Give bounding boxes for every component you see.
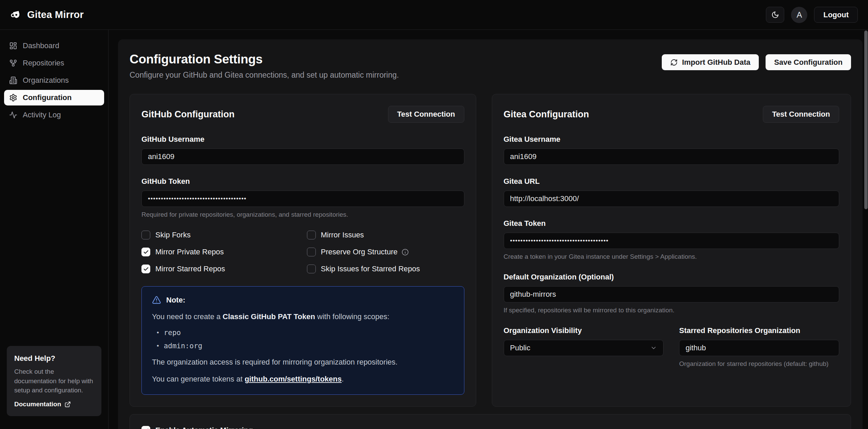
gitea-logo-icon: [10, 9, 22, 21]
sidebar-item-label: Configuration: [23, 93, 72, 102]
sidebar-item-label: Organizations: [23, 76, 69, 85]
github-token-input[interactable]: [141, 191, 464, 207]
avatar[interactable]: A: [791, 7, 807, 23]
sidebar-item-organizations[interactable]: Organizations: [4, 73, 104, 88]
sidebar: Dashboard Repositories Organizations Con…: [0, 30, 109, 429]
brand: Gitea Mirror: [10, 9, 84, 21]
github-token-label: GitHub Token: [141, 177, 464, 186]
organization-visibility-select[interactable]: Public: [504, 340, 664, 356]
note-scope-item: •repo: [157, 329, 454, 337]
sidebar-item-repositories[interactable]: Repositories: [4, 55, 104, 71]
sidebar-item-label: Dashboard: [23, 41, 59, 50]
sidebar-item-configuration[interactable]: Configuration: [4, 90, 104, 105]
gitea-token-input[interactable]: [504, 233, 840, 249]
need-help-card: Need Help? Check out the documentation f…: [7, 346, 101, 416]
enable-automatic-mirroring-label: Enable Automatic Mirroring: [155, 426, 253, 429]
note-scope-item: •admin:org: [157, 342, 454, 350]
help-title: Need Help?: [14, 354, 94, 363]
github-token-help: Required for private repositories, organ…: [141, 211, 464, 218]
info-icon[interactable]: [402, 249, 409, 256]
gitea-token-label: Gitea Token: [504, 219, 840, 228]
gitea-token-help: Create a token in your Gitea instance un…: [504, 253, 840, 260]
github-username-input[interactable]: [141, 149, 464, 165]
theme-toggle-button[interactable]: [766, 7, 784, 23]
github-username-label: GitHub Username: [141, 135, 464, 144]
gitea-username-input[interactable]: [504, 149, 840, 165]
default-organization-input[interactable]: [504, 286, 840, 303]
checkbox-box: [307, 248, 316, 256]
external-link-icon: [64, 401, 71, 408]
note-line3: You can generate tokens at github.com/se…: [152, 374, 454, 384]
top-actions: A Logout: [766, 7, 858, 23]
gitea-username-label: Gitea Username: [504, 135, 840, 144]
sidebar-item-dashboard[interactable]: Dashboard: [4, 38, 104, 54]
dashboard-icon: [9, 42, 17, 50]
checkbox-skip-forks[interactable]: Skip Forks: [141, 231, 299, 239]
save-configuration-button[interactable]: Save Configuration: [766, 54, 851, 70]
tokens-link[interactable]: github.com/settings/tokens: [245, 375, 342, 383]
checkbox-box: [307, 265, 316, 273]
note-intro: You need to create a Classic GitHub PAT …: [152, 312, 454, 322]
app-title: Gitea Mirror: [27, 9, 84, 20]
starred-repositories-organization-label: Starred Repositories Organization: [679, 326, 839, 335]
avatar-letter: A: [796, 10, 802, 20]
sidebar-item-label: Activity Log: [23, 111, 61, 119]
main-area: Configuration Settings Configure your Gi…: [109, 30, 868, 429]
activity-icon: [9, 111, 17, 119]
enable-automatic-mirroring-checkbox[interactable]: Enable Automatic Mirroring: [141, 426, 839, 429]
chevron-down-icon: [650, 345, 657, 351]
gitea-test-connection-button[interactable]: Test Connection: [763, 106, 839, 123]
building-icon: [9, 76, 17, 84]
page-subtitle: Configure your GitHub and Gitea connecti…: [130, 71, 399, 80]
gitea-configuration-card: Gitea Configuration Test Connection Gite…: [492, 94, 851, 407]
page-title: Configuration Settings: [130, 52, 399, 66]
gitea-url-label: Gitea URL: [504, 177, 840, 186]
starred-repositories-organization-input[interactable]: [679, 340, 839, 356]
gear-icon: [9, 94, 17, 102]
checkbox-box: [141, 248, 150, 256]
gitea-card-title: Gitea Configuration: [504, 109, 589, 120]
refresh-icon: [670, 59, 678, 66]
note-scope-list: •repo •admin:org: [157, 329, 454, 350]
pat-token-note: Note: You need to create a Classic GitHu…: [141, 286, 464, 395]
checkbox-box: [307, 231, 316, 239]
check-icon: [143, 266, 149, 272]
default-organization-help: If specified, repositories will be mirro…: [504, 307, 840, 314]
checkbox-preserve-org-structure[interactable]: Preserve Org Structure: [307, 248, 464, 256]
vertical-scrollbar[interactable]: [864, 31, 868, 209]
gitea-url-input[interactable]: [504, 191, 840, 207]
logout-button[interactable]: Logout: [814, 7, 858, 23]
checkbox-mirror-starred-repos[interactable]: Mirror Starred Repos: [141, 265, 299, 273]
documentation-link[interactable]: Documentation: [14, 401, 94, 408]
top-bar: Gitea Mirror A Logout: [0, 0, 868, 30]
help-body: Check out the documentation for help wit…: [14, 367, 94, 395]
checkbox-skip-issues-for-starred-repos[interactable]: Skip Issues for Starred Repos: [307, 265, 464, 273]
checkbox-mirror-issues[interactable]: Mirror Issues: [307, 231, 464, 239]
starred-repositories-organization-help: Organization for starred repositories (d…: [679, 360, 839, 368]
note-title: Note:: [166, 296, 185, 305]
github-test-connection-button[interactable]: Test Connection: [388, 106, 464, 123]
git-fork-icon: [9, 59, 17, 67]
github-options: Skip Forks Mirror Private Repos: [141, 231, 464, 273]
import-button-label: Import GitHub Data: [682, 58, 751, 67]
content-panel: Configuration Settings Configure your Gi…: [118, 39, 863, 429]
sidebar-item-label: Repositories: [23, 59, 64, 67]
github-card-title: GitHub Configuration: [141, 109, 234, 120]
checkbox-box: [141, 265, 150, 273]
check-icon: [143, 428, 149, 429]
organization-visibility-label: Organization Visibility: [504, 326, 664, 335]
default-organization-label: Default Organization (Optional): [504, 273, 840, 281]
import-github-data-button[interactable]: Import GitHub Data: [662, 54, 759, 70]
sidebar-item-activity-log[interactable]: Activity Log: [4, 107, 104, 123]
moon-icon: [771, 11, 779, 19]
organization-visibility-value: Public: [510, 344, 531, 352]
automatic-mirroring-card: Enable Automatic Mirroring Mirroring Int…: [130, 414, 851, 429]
alert-triangle-icon: [152, 295, 161, 305]
documentation-link-label: Documentation: [14, 401, 61, 408]
checkbox-box: [141, 231, 150, 239]
github-configuration-card: GitHub Configuration Test Connection Git…: [130, 94, 476, 407]
checkbox-mirror-private-repos[interactable]: Mirror Private Repos: [141, 248, 299, 256]
note-line2: The organization access is required for …: [152, 357, 454, 367]
checkbox-box: [141, 426, 150, 429]
check-icon: [143, 249, 149, 255]
